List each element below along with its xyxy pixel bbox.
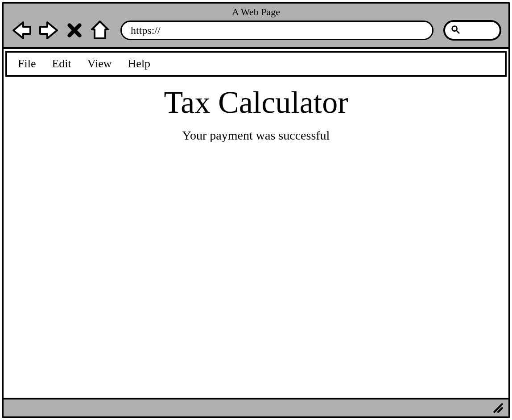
- menu-item-help[interactable]: Help: [128, 57, 151, 70]
- menu-bar: File Edit View Help: [5, 51, 507, 77]
- browser-toolbar: A Web Page https://: [4, 4, 508, 49]
- window-title: A Web Page: [11, 6, 501, 18]
- page-content: Tax Calculator Your payment was successf…: [4, 77, 508, 398]
- address-text: https://: [131, 25, 161, 37]
- toolbar-row: https://: [11, 20, 501, 41]
- forward-icon[interactable]: [38, 20, 60, 41]
- menu-item-view[interactable]: View: [87, 57, 112, 70]
- back-icon[interactable]: [11, 20, 32, 41]
- svg-line-1: [457, 31, 459, 33]
- search-icon: [450, 25, 460, 36]
- browser-window: A Web Page https://: [2, 2, 510, 418]
- status-bar: [4, 398, 508, 416]
- resize-handle-icon[interactable]: [491, 401, 503, 415]
- page-message: Your payment was successful: [4, 128, 508, 143]
- menu-item-edit[interactable]: Edit: [52, 57, 71, 70]
- home-icon[interactable]: [89, 20, 111, 41]
- menu-item-file[interactable]: File: [18, 57, 36, 70]
- search-button[interactable]: [443, 20, 501, 41]
- address-bar[interactable]: https://: [120, 21, 434, 40]
- app-body: File Edit View Help Tax Calculator Your …: [4, 49, 508, 398]
- stop-icon[interactable]: [66, 22, 83, 39]
- nav-icons: [11, 20, 111, 41]
- page-heading: Tax Calculator: [4, 85, 508, 120]
